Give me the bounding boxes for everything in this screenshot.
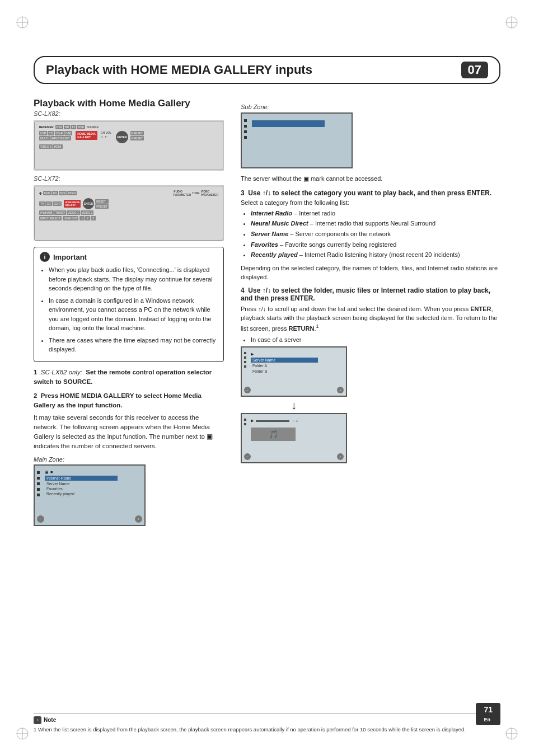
note-label: Note	[44, 717, 56, 723]
small-screen-bottom: ▶ ←□ 🎵 − +	[241, 413, 347, 463]
note-section: ♪ Note 1 When the list screen is display…	[34, 713, 500, 734]
step4-header: 4 Use ↑/↓ to select the folder, music fi…	[241, 287, 500, 302]
step3-desc: Select a category from the following lis…	[241, 199, 500, 206]
step3-header: 3 Use ↑/↓ to select the category you wan…	[241, 189, 500, 197]
step1-italic: SC-LX82 only:	[41, 369, 82, 375]
screen-btn-left: −	[37, 515, 44, 523]
screen-row-highlighted: Internet Radio	[45, 476, 118, 481]
main-zone-screen: ▣ ■ Internet Radio Server Name Favorites…	[34, 464, 146, 526]
step2-number: 2	[34, 392, 37, 399]
screen-pair: ▶ Server Name Folder A Folder B − + ↓	[241, 346, 500, 464]
server-note: The server without the ▣ mark cannot be …	[241, 174, 500, 184]
step4-text: Press ↑/↓ to scroll up and down the list…	[241, 304, 500, 333]
ss-icon-box: 🎵	[251, 428, 296, 441]
ss-btn-left: −	[244, 387, 251, 393]
subtitle-lx72: SC-LX72:	[34, 175, 224, 182]
sub-screen-bar	[252, 120, 325, 127]
important-box: i Important When you play back audio fil…	[34, 247, 224, 362]
step4-server-note: In case of a server	[251, 336, 500, 343]
corner-br-icon	[505, 727, 518, 740]
category-favorites: Favorites – Favorite songs currently bei…	[251, 240, 500, 250]
step1-number: 1	[34, 369, 37, 375]
right-column: Sub Zone: The server without the ▣ mark …	[241, 98, 500, 706]
left-column: Playback with Home Media Gallery SC-LX82…	[34, 98, 224, 706]
note-icon: ♪	[34, 716, 41, 724]
category-neural-music: Neural Music Direct – Internet radio tha…	[251, 218, 500, 229]
screen-btn-right: +	[135, 515, 142, 523]
step2-text: Press HOME MEDIA GALLERY to select Home …	[34, 392, 202, 408]
important-item-3: There are cases where the time elapsed m…	[49, 336, 218, 354]
important-label: Important	[53, 253, 87, 261]
sub-zone-label: Sub Zone:	[241, 104, 500, 110]
screen-row-4: Recently played	[45, 491, 118, 496]
page-title: Playback with HOME MEDIA GALLERY inputs	[46, 63, 456, 77]
ss-btn-right: +	[337, 387, 344, 393]
note-text: 1 When the list screen is displayed from…	[34, 726, 500, 734]
arrow-down-icon: ↓	[241, 399, 347, 412]
content-area: Playback with Home Media Gallery SC-LX82…	[34, 98, 500, 706]
page-header: Playback with HOME MEDIA GALLERY inputs …	[34, 56, 500, 84]
chapter-number: 07	[461, 62, 488, 78]
ss-btn-left-2: −	[244, 453, 251, 460]
important-item-1: When you play back audio files, 'Connect…	[49, 265, 218, 293]
ss-row-hl: Server Name	[251, 358, 318, 363]
screen-row-2: Server Name	[45, 481, 118, 486]
step-3: 3 Use ↑/↓ to select the category you wan…	[241, 189, 500, 282]
step4-bullets: In case of a server	[241, 336, 500, 343]
note-header: ♪ Note	[34, 716, 500, 724]
step-2: 2 Press HOME MEDIA GALLERY to select Hom…	[34, 391, 224, 452]
important-header: i Important	[40, 252, 218, 262]
screen-side-marks	[37, 471, 40, 496]
device-image-lx72: ⏻ DVD BD DVR HDMI AUDIOPARAMETER TUNE VI…	[34, 185, 224, 241]
step2-desc: It may take several seconds for this rec…	[34, 413, 224, 452]
ss-btn-right-2: +	[337, 453, 344, 460]
subtitle-lx82: SC-LX82:	[34, 110, 224, 117]
category-internet-radio: Internet Radio – Internet radio	[251, 208, 500, 219]
step-1: 1 SC-LX82 only: Set the remote control o…	[34, 368, 224, 387]
section-title: Playback with Home Media Gallery	[34, 98, 224, 109]
category-server-name: Server Name – Server components on the n…	[251, 229, 500, 240]
device-image-lx82: RECEIVER DVD BD TV DVR SOURCE USB CD	[34, 120, 224, 171]
step-4: 4 Use ↑/↓ to select the folder, music fi…	[241, 287, 500, 464]
important-item-2: In case a domain is configured in a Wind…	[49, 296, 218, 333]
main-zone-label: Main Zone:	[34, 456, 224, 463]
screen-row-3: Favorites	[45, 486, 118, 491]
important-icon: i	[40, 252, 50, 262]
corner-tr-icon	[505, 16, 518, 29]
corner-tl-icon	[16, 16, 29, 29]
small-screen-top: ▶ Server Name Folder A Folder B − +	[241, 346, 347, 397]
sub-zone-screen	[241, 112, 353, 168]
important-list: When you play back audio files, 'Connect…	[40, 265, 218, 354]
screen-row-1: ▣ ■	[45, 470, 142, 475]
step3-category-list: Internet Radio – Internet radio Neural M…	[241, 208, 500, 260]
corner-bl-icon	[16, 727, 29, 740]
category-recently-played: Recently played – Internet Radio listeni…	[251, 250, 500, 260]
page-number: 71 En	[476, 703, 500, 725]
step3-after-desc: Depending on the selected category, the …	[241, 264, 500, 282]
